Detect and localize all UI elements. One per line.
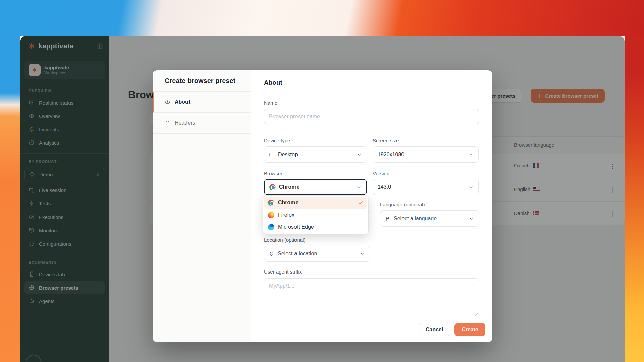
- dropdown-option-label: Chrome: [278, 200, 354, 206]
- chevron-down-icon: [360, 251, 365, 256]
- browser-select[interactable]: Chrome: [264, 179, 367, 195]
- language-label: Language (optional): [380, 202, 425, 207]
- screen-size-select[interactable]: 644x362: [373, 146, 479, 163]
- resize-handle[interactable]: [474, 313, 478, 316]
- modal-footer: Cancel Create: [251, 317, 492, 342]
- screen-size-value: 644x362: [378, 152, 465, 158]
- edge-logo-icon: [268, 224, 274, 230]
- language-placeholder: Select a language: [394, 216, 465, 222]
- device-type-value: Desktop: [278, 152, 353, 158]
- desktop-background-top: [0, 0, 644, 36]
- browser-dropdown-menu: Chrome Firefox Microsoft Edge: [263, 196, 368, 234]
- device-type-select[interactable]: Desktop: [264, 146, 367, 163]
- braces-icon: [165, 120, 170, 126]
- create-browser-preset-modal: Create browser preset About Headers Abou…: [153, 70, 492, 342]
- modal-tab-label: About: [175, 99, 190, 105]
- chevron-down-icon: [469, 216, 474, 221]
- chevron-down-icon: [468, 152, 474, 157]
- dropdown-option-label: Firefox: [278, 212, 364, 218]
- dropdown-option-microsoft-edge[interactable]: Microsoft Edge: [264, 221, 367, 233]
- check-icon: [358, 200, 364, 206]
- flag-icon: [385, 216, 390, 221]
- name-label: Name: [264, 100, 277, 106]
- modal-section-title: About: [264, 79, 282, 86]
- create-button[interactable]: Create: [454, 323, 485, 336]
- user-agent-suffix-textarea[interactable]: [264, 279, 479, 317]
- map-pin-icon: [269, 251, 274, 256]
- modal-tab-label: Headers: [175, 120, 195, 126]
- version-label: Version: [373, 171, 389, 176]
- modal-title: Create browser preset: [153, 70, 251, 92]
- dropdown-option-label: Microsoft Edge: [278, 224, 364, 230]
- device-type-label: Device type: [264, 138, 290, 143]
- preset-name-input[interactable]: [264, 109, 479, 124]
- chevron-down-icon: [357, 152, 362, 157]
- eye-icon: [165, 99, 170, 105]
- version-select[interactable]: 143.0: [373, 179, 479, 195]
- chevron-down-icon: [356, 184, 362, 190]
- desktop-icon: [269, 152, 275, 158]
- dropdown-option-chrome[interactable]: Chrome: [264, 197, 367, 209]
- firefox-logo-icon: [268, 212, 274, 218]
- screen-size-label: Screen size: [373, 138, 399, 143]
- language-select[interactable]: Select a language: [380, 210, 479, 227]
- modal-tab-headers[interactable]: Headers: [153, 113, 251, 134]
- user-agent-suffix-field: [264, 278, 479, 317]
- modal-nav-panel: Create browser preset About Headers: [153, 70, 251, 342]
- user-agent-suffix-label: User agent suffix: [264, 269, 302, 275]
- location-select[interactable]: Select a location: [264, 246, 370, 262]
- chevron-down-icon: [468, 184, 474, 190]
- chrome-logo-icon: [268, 200, 274, 206]
- cancel-button[interactable]: Cancel: [419, 323, 450, 336]
- version-value: 143.0: [378, 184, 465, 190]
- location-label: Location (optional): [264, 237, 305, 243]
- desktop-background-right: [625, 36, 644, 362]
- chrome-logo-icon: [269, 184, 276, 190]
- browser-label: Browser: [264, 171, 282, 176]
- modal-tab-about[interactable]: About: [153, 92, 251, 113]
- location-placeholder: Select a location: [278, 251, 356, 257]
- desktop-background-left: [0, 36, 20, 362]
- dropdown-option-firefox[interactable]: Firefox: [264, 209, 367, 221]
- browser-value: Chrome: [279, 184, 353, 190]
